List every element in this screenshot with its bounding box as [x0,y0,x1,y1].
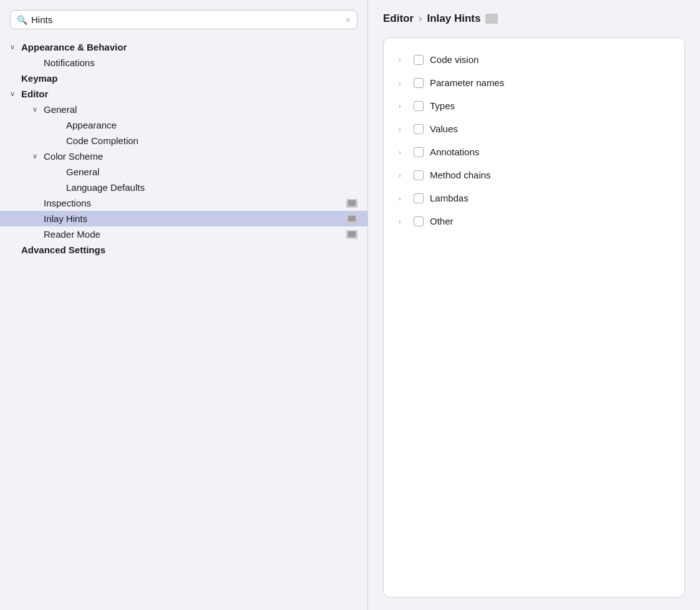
sidebar-item-label: Appearance & Behavior [21,42,357,52]
sidebar-item-code-completion[interactable]: Code Completion [0,133,367,148]
chevron-down-icon: ∨ [10,43,21,51]
chevron-right-icon: › [399,56,407,64]
hint-row-method-chains[interactable]: › Method chains [384,163,684,186]
checkbox-types[interactable] [414,101,424,111]
sidebar-item-appearance-behavior[interactable]: ∨ Appearance & Behavior [0,39,367,55]
checkbox-other[interactable] [414,216,424,226]
hint-label: Values [430,123,458,134]
chevron-right-icon: › [399,79,407,87]
search-icon: 🔍 [17,15,27,25]
chevron-right-icon: › [399,125,407,133]
sidebar-item-color-general[interactable]: General [0,164,367,180]
sidebar-item-label: Color Scheme [44,151,357,162]
settings-icon [346,215,357,223]
sidebar-item-label: General [66,167,357,177]
hint-label: Types [430,100,455,111]
breadcrumb: Editor › Inlay Hints [383,12,685,25]
sidebar-item-label: Editor [21,89,357,99]
inlay-hints-panel: › Code vision › Parameter names › Types … [383,37,685,598]
chevron-right-icon: › [399,218,407,225]
hint-label: Annotations [430,147,479,157]
sidebar-item-keymap[interactable]: Keymap [0,70,367,86]
hint-label: Other [430,216,454,226]
chevron-right-icon: › [399,102,407,110]
sidebar-item-advanced-settings[interactable]: Advanced Settings [0,242,367,258]
chevron-right-icon: › [399,148,407,156]
checkbox-values[interactable] [414,124,424,134]
hint-row-code-vision[interactable]: › Code vision [384,48,684,71]
sidebar-item-language-defaults[interactable]: Language Defaults [0,180,367,195]
checkbox-method-chains[interactable] [414,170,424,180]
sidebar-item-label: General [44,104,357,115]
sidebar-item-label: Appearance [66,120,357,130]
breadcrumb-part1: Editor [383,12,414,25]
clear-icon[interactable]: × [346,15,351,25]
checkbox-code-vision[interactable] [414,55,424,65]
sidebar-item-inspections[interactable]: Inspections [0,195,367,211]
search-bar: 🔍 × [10,10,357,29]
sidebar-item-label: Inlay Hints [44,213,346,224]
chevron-down-icon: ∨ [32,152,44,160]
chevron-down-icon: ∨ [10,90,21,98]
sidebar-item-label: Reader Mode [44,229,346,240]
checkbox-annotations[interactable] [414,147,424,157]
chevron-right-icon: › [399,172,407,179]
sidebar-item-label: Notifications [44,57,357,68]
hint-label: Method chains [430,170,491,180]
sidebar-tree: ∨ Appearance & Behavior Notifications Ke… [0,39,367,610]
chevron-right-icon: › [399,195,407,202]
sidebar-item-label: Advanced Settings [21,244,357,255]
hint-label: Lambdas [430,193,469,203]
sidebar-item-reader-mode[interactable]: Reader Mode [0,226,367,242]
sidebar-item-label: Keymap [21,73,357,84]
hint-row-other[interactable]: › Other [384,210,684,233]
hint-row-values[interactable]: › Values [384,117,684,140]
sidebar-item-color-scheme[interactable]: ∨ Color Scheme [0,148,367,164]
hint-label: Parameter names [430,77,504,88]
hint-row-lambdas[interactable]: › Lambdas [384,186,684,210]
sidebar-item-editor[interactable]: ∨ Editor [0,86,367,102]
hint-row-annotations[interactable]: › Annotations [384,140,684,163]
hint-row-parameter-names[interactable]: › Parameter names [384,71,684,94]
sidebar-item-appearance[interactable]: Appearance [0,117,367,133]
sidebar-item-notifications[interactable]: Notifications [0,55,367,70]
settings-icon [346,230,357,239]
hint-row-types[interactable]: › Types [384,94,684,117]
sidebar-item-label: Inspections [44,198,346,208]
settings-icon [485,14,498,24]
search-input[interactable] [31,14,342,25]
sidebar-item-label: Code Completion [66,135,357,146]
sidebar-item-inlay-hints[interactable]: Inlay Hints [0,211,367,226]
sidebar-item-label: Language Defaults [66,182,357,193]
hint-label: Code vision [430,54,479,65]
breadcrumb-part2: Inlay Hints [427,12,480,25]
sidebar-item-general[interactable]: ∨ General [0,102,367,117]
checkbox-parameter-names[interactable] [414,78,424,88]
checkbox-lambdas[interactable] [414,193,424,203]
left-panel: 🔍 × ∨ Appearance & Behavior Notification… [0,0,368,610]
breadcrumb-separator: › [419,13,422,24]
settings-icon [346,199,357,208]
right-panel: Editor › Inlay Hints › Code vision › Par… [368,0,700,610]
chevron-down-icon: ∨ [32,105,44,114]
